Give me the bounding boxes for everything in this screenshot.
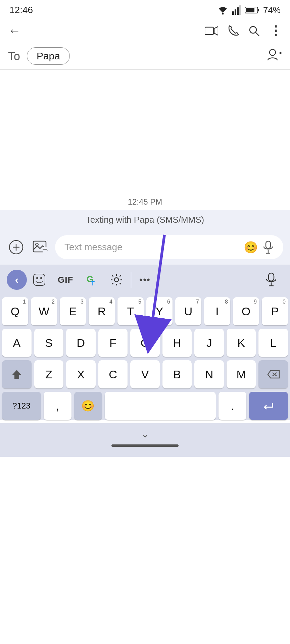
key-s[interactable]: S — [34, 329, 64, 357]
key-m[interactable]: M — [227, 360, 256, 388]
key-g[interactable]: G — [130, 329, 160, 357]
svg-rect-1 — [232, 11, 234, 15]
subtitle: Texting with Papa (SMS/MMS) — [0, 210, 290, 230]
svg-point-12 — [270, 49, 276, 55]
to-row: To Papa — [0, 43, 290, 70]
svg-rect-3 — [237, 7, 239, 15]
more-toolbar-button[interactable]: ••• — [133, 271, 156, 288]
svg-rect-8 — [205, 27, 213, 35]
nav-left: ← — [8, 23, 21, 38]
bottom-bar: ⌄ — [0, 423, 290, 457]
key-k[interactable]: K — [227, 329, 256, 357]
mic-icon[interactable] — [262, 240, 274, 254]
svg-rect-6 — [258, 9, 259, 11]
svg-text:T: T — [91, 280, 95, 286]
svg-marker-9 — [214, 26, 218, 35]
svg-rect-7 — [246, 8, 254, 12]
search-icon[interactable] — [248, 25, 260, 37]
key-c[interactable]: C — [98, 360, 128, 388]
svg-rect-4 — [239, 5, 241, 15]
gallery-button[interactable] — [31, 238, 50, 257]
key-v[interactable]: V — [130, 360, 160, 388]
svg-rect-31 — [269, 273, 274, 281]
add-contact-button[interactable] — [267, 48, 282, 64]
sticker-button[interactable] — [27, 270, 52, 289]
emoji-key[interactable]: 😊 — [74, 392, 102, 420]
status-bar: 12:46 74% — [0, 0, 290, 19]
video-call-icon[interactable] — [205, 26, 218, 36]
message-placeholder: Text message — [64, 242, 123, 253]
key-z[interactable]: Z — [34, 360, 64, 388]
message-input[interactable]: Text message 😊 — [55, 235, 283, 259]
toolbar-mic-button[interactable] — [259, 269, 283, 290]
svg-rect-25 — [34, 274, 45, 285]
key-w[interactable]: 2W — [31, 297, 57, 325]
wifi-icon — [217, 5, 229, 15]
home-indicator — [111, 444, 179, 447]
key-p[interactable]: 0P — [262, 297, 288, 325]
to-label: To — [8, 50, 20, 63]
key-e[interactable]: 3E — [60, 297, 86, 325]
key-b[interactable]: B — [162, 360, 192, 388]
settings-button[interactable] — [104, 270, 129, 289]
key-r[interactable]: 4R — [89, 297, 115, 325]
phone-icon[interactable] — [228, 25, 239, 37]
key-j[interactable]: J — [194, 329, 224, 357]
delete-key[interactable] — [258, 360, 288, 388]
nav-bar: ← ⋮ — [0, 19, 290, 43]
space-key[interactable] — [105, 392, 216, 420]
svg-point-0 — [222, 13, 224, 15]
svg-rect-20 — [43, 247, 47, 253]
key-h[interactable]: H — [162, 329, 192, 357]
svg-point-19 — [36, 243, 38, 246]
enter-key[interactable] — [249, 392, 288, 420]
key-x[interactable]: X — [66, 360, 96, 388]
svg-point-27 — [40, 277, 42, 279]
keyboard-back-button[interactable]: ‹ — [7, 270, 27, 290]
key-o[interactable]: 9O — [233, 297, 259, 325]
back-button[interactable]: ← — [8, 23, 21, 38]
svg-marker-34 — [12, 370, 22, 379]
keyboard-toolbar: ‹ GIF G T ••• — [0, 265, 290, 294]
key-q[interactable]: 1Q — [2, 297, 28, 325]
svg-rect-2 — [235, 9, 236, 15]
battery-icon — [245, 6, 260, 14]
signal-icon — [232, 5, 242, 15]
keyboard-row-2: A S D F G H J K L — [2, 329, 288, 357]
translate-button[interactable]: G T — [79, 270, 104, 289]
key-i[interactable]: 8I — [204, 297, 230, 325]
key-u[interactable]: 7U — [175, 297, 201, 325]
key-d[interactable]: D — [66, 329, 96, 357]
more-options-icon[interactable]: ⋮ — [269, 24, 282, 37]
input-right-icons: 😊 — [244, 240, 274, 254]
chevron-down-icon[interactable]: ⌄ — [141, 429, 149, 440]
add-attachment-button[interactable] — [7, 238, 26, 257]
emoji-icon[interactable]: 😊 — [244, 240, 258, 254]
key-l[interactable]: L — [258, 329, 288, 357]
toolbar-divider — [131, 272, 131, 288]
key-y[interactable]: 6Y — [146, 297, 173, 325]
gif-button[interactable]: GIF — [52, 271, 79, 288]
keyboard-row-4: ?123 , 😊 . — [2, 392, 288, 420]
key-period[interactable]: . — [219, 392, 246, 420]
keyboard: 1Q 2W 3E 4R 5T 6Y 7U 8I 9O 0P A S D F G … — [0, 294, 290, 420]
shift-key[interactable] — [2, 360, 32, 388]
svg-rect-22 — [266, 241, 271, 249]
status-icons: 74% — [217, 5, 281, 15]
keyboard-row-3: Z X C V B N M — [2, 360, 288, 388]
message-area — [0, 70, 290, 191]
symbols-key[interactable]: ?123 — [2, 392, 41, 420]
svg-point-26 — [36, 277, 38, 279]
battery-percent: 74% — [263, 5, 281, 15]
key-n[interactable]: N — [194, 360, 224, 388]
key-t[interactable]: 5T — [117, 297, 144, 325]
key-a[interactable]: A — [2, 329, 32, 357]
svg-line-11 — [255, 32, 259, 36]
key-comma[interactable]: , — [44, 392, 71, 420]
nav-right: ⋮ — [205, 24, 282, 37]
contact-chip[interactable]: Papa — [27, 47, 70, 65]
key-f[interactable]: F — [98, 329, 128, 357]
svg-point-30 — [114, 278, 118, 282]
status-time: 12:46 — [9, 5, 33, 15]
keyboard-row-1: 1Q 2W 3E 4R 5T 6Y 7U 8I 9O 0P — [2, 297, 288, 325]
